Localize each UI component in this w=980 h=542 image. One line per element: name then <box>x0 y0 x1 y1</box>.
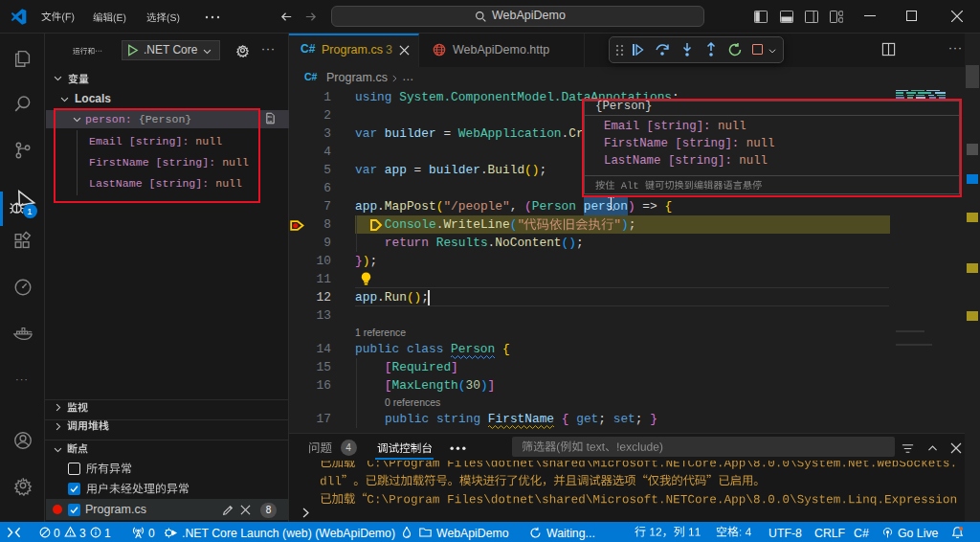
svg-text:01: 01 <box>267 115 272 119</box>
svg-text:10: 10 <box>267 120 272 124</box>
